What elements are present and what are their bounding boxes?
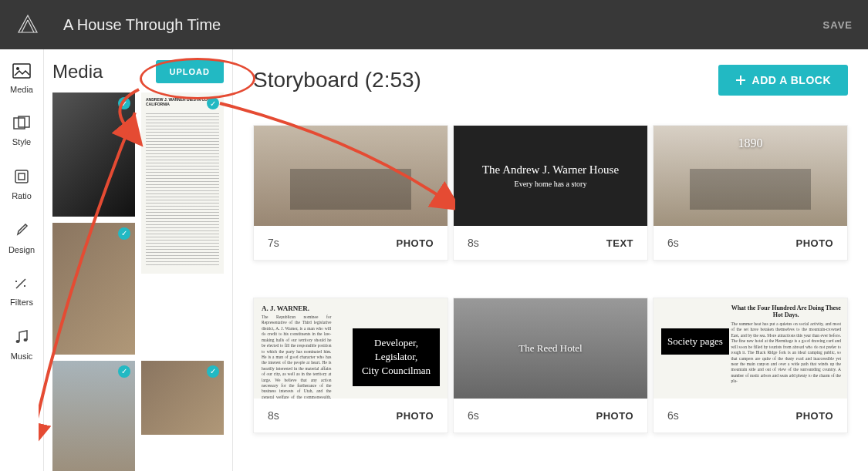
sidebar-label: Filters — [10, 298, 33, 307]
project-title[interactable]: A House Through Time — [63, 16, 823, 34]
sidebar-label: Music — [11, 352, 33, 361]
top-bar: A House Through Time SAVE — [0, 0, 868, 49]
media-thumb[interactable]: ✓ — [52, 223, 135, 355]
block-meta: 8s PHOTO — [254, 399, 448, 432]
block-meta: 8s TEXT — [454, 226, 647, 260]
media-thumb-grid: ✓ ANDREW J. WARNER DIES IN COVINA, CALIF… — [52, 93, 224, 471]
block-meta: 6s PHOTO — [454, 399, 647, 432]
thumb-selected-icon: ✓ — [118, 227, 130, 240]
block-duration: 6s — [667, 237, 679, 249]
block-preview: Society pages What the Four Hundred Are … — [654, 298, 847, 399]
block-duration: 8s — [468, 237, 479, 249]
svg-point-6 — [16, 340, 20, 343]
sidebar-label: Media — [10, 85, 33, 94]
block-duration: 8s — [268, 409, 279, 422]
block-duration: 7s — [268, 237, 279, 249]
block-preview: 1890 — [654, 126, 847, 226]
side-nav: Media Style Ratio Design F — [0, 49, 44, 471]
storyboard-title: Storyboard (2:53) — [253, 68, 421, 93]
media-thumb[interactable]: ✓ — [52, 93, 135, 217]
block-type: PHOTO — [397, 237, 434, 249]
sidebar-item-music[interactable]: Music — [5, 328, 39, 361]
main-area: Media Style Ratio Design F — [0, 49, 868, 471]
block-preview: The Reed Hotel — [454, 298, 647, 399]
block-type: PHOTO — [397, 410, 434, 422]
block-duration: 6s — [667, 409, 679, 422]
block-type: TEXT — [606, 237, 633, 249]
block-preview — [254, 126, 448, 226]
sidebar-item-design[interactable]: Design — [5, 222, 39, 254]
storyboard-block[interactable]: Society pages What the Four Hundred Are … — [653, 298, 848, 433]
block-text-title: The Andrew J. Warner House — [482, 163, 619, 177]
ratio-icon — [13, 168, 30, 185]
svg-rect-4 — [15, 170, 28, 183]
storyboard-panel: Storyboard (2:53) ADD A BLOCK 7s PHOTO — [233, 49, 868, 471]
news-body: The summer heat has put a quietus on soc… — [731, 321, 841, 385]
media-header: Media UPLOAD — [52, 60, 224, 83]
block-grid: 7s PHOTO The Andrew J. Warner House Ever… — [253, 125, 848, 433]
house-image — [674, 142, 826, 210]
news-column: A. J. WARNER. The Republican nominee for… — [262, 304, 331, 392]
block-type: PHOTO — [796, 237, 834, 249]
media-thumb[interactable]: ✓ — [52, 361, 135, 471]
wand-icon — [13, 276, 30, 291]
storyboard-block[interactable]: 1890 6s PHOTO — [653, 125, 848, 261]
plus-icon — [735, 75, 746, 86]
thumb-selected-icon: ✓ — [118, 97, 130, 109]
block-overlay-text: Developer, Legislator, City Councilman — [360, 336, 432, 378]
block-preview: A. J. WARNER. The Republican nominee for… — [254, 298, 448, 399]
house-image — [275, 142, 426, 210]
media-thumb[interactable]: ✓ — [141, 361, 224, 435]
sidebar-item-filters[interactable]: Filters — [5, 276, 39, 307]
news-heading: A. J. WARNER. — [262, 304, 331, 312]
sidebar-item-media[interactable]: Media — [5, 63, 39, 94]
block-duration: 6s — [468, 409, 479, 422]
storyboard-block[interactable]: The Andrew J. Warner House Every home ha… — [453, 125, 648, 261]
frames-icon — [13, 116, 30, 131]
block-overlay: Society pages — [661, 328, 729, 355]
sidebar-label: Ratio — [12, 191, 32, 200]
svg-rect-0 — [13, 64, 30, 78]
photo-icon — [12, 63, 31, 79]
block-type: PHOTO — [796, 410, 834, 422]
block-meta: 7s PHOTO — [254, 226, 448, 260]
sidebar-label: Design — [8, 245, 35, 254]
storyboard-block[interactable]: A. J. WARNER. The Republican nominee for… — [253, 298, 448, 433]
block-meta: 6s PHOTO — [654, 226, 847, 260]
block-preview: The Andrew J. Warner House Every home ha… — [454, 126, 647, 226]
svg-rect-5 — [19, 173, 25, 180]
svg-point-7 — [24, 338, 28, 341]
brush-icon — [14, 222, 29, 239]
thumb-selected-icon: ✓ — [207, 97, 219, 109]
logo-icon — [15, 12, 40, 37]
storyboard-block[interactable]: The Reed Hotel 6s PHOTO — [453, 298, 648, 433]
sidebar-item-ratio[interactable]: Ratio — [5, 168, 39, 200]
save-button[interactable]: SAVE — [823, 19, 853, 31]
sidebar-item-style[interactable]: Style — [5, 116, 39, 146]
upload-button[interactable]: UPLOAD — [156, 60, 224, 83]
block-overlay: Developer, Legislator, City Councilman — [353, 328, 440, 386]
block-overlay-text: Society pages — [667, 335, 723, 348]
news-body: The Republican nominee for Representativ… — [262, 315, 331, 399]
thumb-selected-icon: ✓ — [207, 365, 219, 378]
sidebar-label: Style — [12, 137, 31, 146]
media-panel-title: Media — [52, 61, 103, 82]
doc-lines — [146, 111, 219, 267]
media-thumb[interactable]: ANDREW J. WARNER DIES IN COVINA, CALIFOR… — [141, 93, 224, 274]
news-column: What the Four Hundred Are Doing These Ho… — [731, 304, 841, 392]
add-block-label: ADD A BLOCK — [752, 74, 831, 86]
storyboard-block[interactable]: 7s PHOTO — [253, 125, 448, 261]
storyboard-header: Storyboard (2:53) ADD A BLOCK — [253, 65, 848, 96]
music-icon — [14, 328, 29, 345]
app-logo — [15, 12, 40, 37]
block-type: PHOTO — [596, 410, 634, 422]
block-text-subtitle: Every home has a story — [515, 180, 587, 188]
thumb-selected-icon: ✓ — [118, 365, 130, 378]
block-overlay-text: The Reed Hotel — [518, 341, 582, 355]
media-panel: Media UPLOAD ✓ ANDREW J. WARNER DIES IN … — [44, 49, 233, 471]
block-meta: 6s PHOTO — [654, 399, 847, 432]
add-block-button[interactable]: ADD A BLOCK — [718, 65, 848, 96]
svg-point-1 — [16, 67, 19, 70]
news-heading: What the Four Hundred Are Doing These Ho… — [731, 304, 841, 318]
